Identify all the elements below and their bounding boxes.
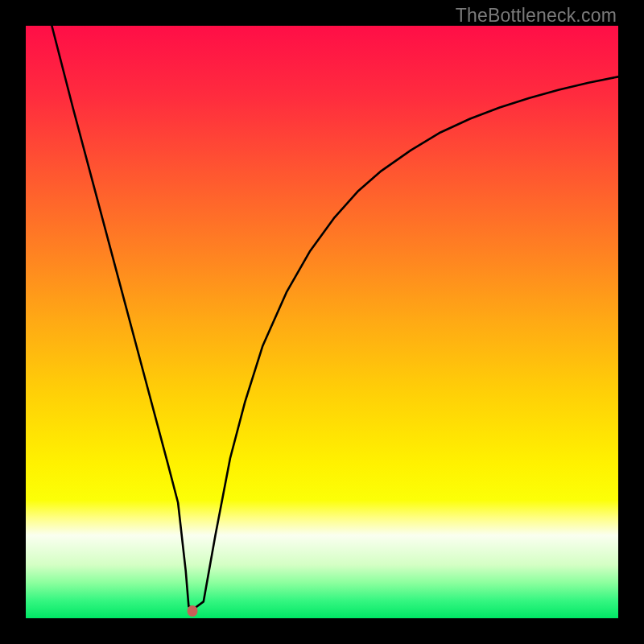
chart-container: TheBottleneck.com [0, 0, 644, 644]
curve-line [26, 26, 618, 618]
plot-area [26, 26, 618, 618]
minimum-marker [187, 605, 197, 617]
watermark-text: TheBottleneck.com [456, 5, 617, 27]
